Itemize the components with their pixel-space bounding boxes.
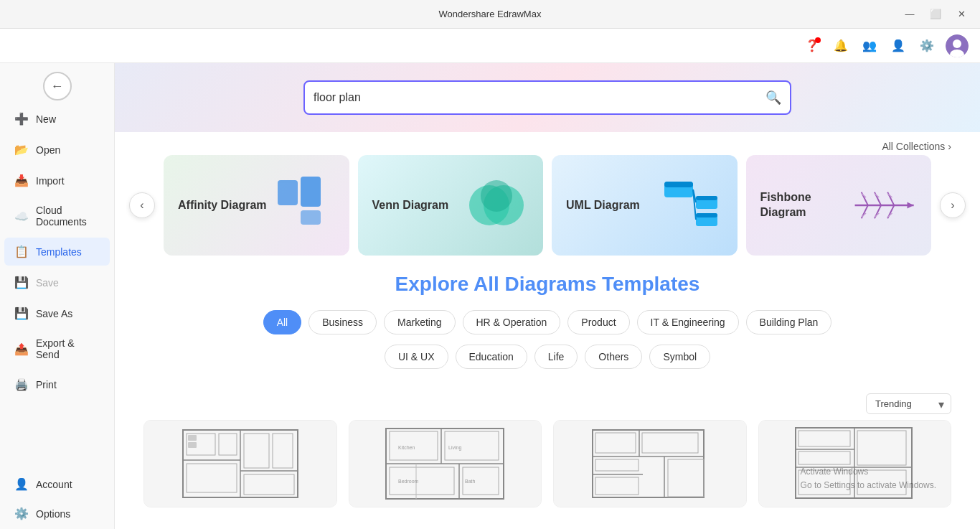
svg-rect-62 xyxy=(642,433,698,453)
filter-tab-product[interactable]: Product xyxy=(567,310,629,334)
svg-text:Living: Living xyxy=(448,445,461,451)
svg-rect-12 xyxy=(696,196,717,200)
sidebar-item-save: 💾 Save xyxy=(4,268,110,296)
all-collections-link[interactable]: All Collections › xyxy=(882,141,951,152)
search-box[interactable]: 🔍 xyxy=(303,80,791,115)
sidebar-item-save-label: Save xyxy=(36,277,59,289)
activate-line2: Go to Settings to activate Windows. xyxy=(801,479,936,492)
close-button[interactable]: ✕ xyxy=(951,4,971,24)
fishbone-card-label: Fishbone Diagram xyxy=(760,190,852,220)
sidebar-item-open[interactable]: 📂 Open xyxy=(4,136,110,164)
avatar[interactable] xyxy=(946,34,969,57)
svg-text:Kitchen: Kitchen xyxy=(398,445,415,450)
filter-tabs-row2: UI & UX Education Life Others Symbol xyxy=(143,345,951,369)
sidebar-item-export[interactable]: 📤 Export & Send xyxy=(4,330,110,368)
floor-plan-3-svg xyxy=(585,424,715,503)
svg-rect-64 xyxy=(595,477,639,495)
sort-select[interactable]: Trending Newest Most Popular xyxy=(866,393,951,414)
help-icon[interactable]: ❓ xyxy=(802,36,822,56)
svg-rect-63 xyxy=(595,459,639,471)
sidebar-item-saveas[interactable]: 💾 Save As xyxy=(4,299,110,327)
all-collections-label: All Collections xyxy=(882,141,945,152)
sidebar-item-import-label: Import xyxy=(36,175,65,187)
sidebar-item-templates[interactable]: 📋 Templates xyxy=(4,238,110,266)
carousel-area: ‹ Affinity Diagram Venn Diagram xyxy=(115,155,980,256)
filter-tab-life[interactable]: Life xyxy=(534,345,578,369)
filter-tab-uiux[interactable]: UI & UX xyxy=(385,345,448,369)
carousel-card-venn[interactable]: Venn Diagram xyxy=(358,155,544,256)
sidebar-item-account-label: Account xyxy=(36,479,72,490)
sidebar-item-import[interactable]: 📥 Import xyxy=(4,167,110,195)
sort-wrapper[interactable]: Trending Newest Most Popular xyxy=(866,393,951,414)
affinity-diagram-icon xyxy=(270,173,335,238)
saveas-icon: 💾 xyxy=(14,306,29,320)
template-thumb-3 xyxy=(554,421,746,507)
template-grid: Kitchen Living Bedroom Bath xyxy=(115,420,980,525)
content-area: 🔍 All Collections › ‹ Affinity Diagram xyxy=(115,63,980,529)
window-controls: — ⬜ ✕ xyxy=(900,4,971,24)
svg-point-8 xyxy=(481,180,512,212)
search-button[interactable]: 🔍 xyxy=(765,90,781,106)
share-icon[interactable]: 👤 xyxy=(888,36,908,56)
sidebar-item-options[interactable]: ⚙️ Options xyxy=(4,500,110,528)
template-thumb-1 xyxy=(144,421,336,507)
filter-tab-business[interactable]: Business xyxy=(308,310,377,334)
search-area: 🔍 xyxy=(115,63,980,132)
carousel-prev-button[interactable]: ‹ xyxy=(129,192,155,218)
carousel-card-affinity[interactable]: Affinity Diagram xyxy=(164,155,349,256)
main-layout: ← ➕ New 📂 Open 📥 Import ☁️ Cloud Documen… xyxy=(0,63,980,529)
cloud-icon: ☁️ xyxy=(14,210,29,223)
template-card-1[interactable] xyxy=(143,420,337,507)
sidebar-item-account[interactable]: 👤 Account xyxy=(4,470,110,498)
minimize-button[interactable]: — xyxy=(900,4,920,24)
sidebar-item-cloud[interactable]: ☁️ Cloud Documents xyxy=(4,197,110,235)
template-card-3[interactable] xyxy=(553,420,747,507)
maximize-button[interactable]: ⬜ xyxy=(925,4,946,24)
sidebar-item-saveas-label: Save As xyxy=(36,308,72,319)
back-button[interactable]: ← xyxy=(43,72,72,100)
uml-diagram-icon xyxy=(659,173,723,238)
sidebar-item-print[interactable]: 🖨️ Print xyxy=(4,370,110,398)
sidebar-item-templates-label: Templates xyxy=(36,246,82,258)
community-icon[interactable]: 👥 xyxy=(859,36,880,56)
sidebar-item-export-label: Export & Send xyxy=(36,337,100,360)
svg-rect-65 xyxy=(668,459,704,497)
svg-rect-5 xyxy=(301,210,321,225)
filter-tab-others[interactable]: Others xyxy=(585,345,642,369)
carousel-card-fishbone[interactable]: Fishbone Diagram xyxy=(746,155,932,256)
filter-tab-marketing[interactable]: Marketing xyxy=(384,310,455,334)
explore-title-plain: Explore xyxy=(395,273,473,295)
carousel-card-uml[interactable]: UML Diagram xyxy=(552,155,738,256)
fishbone-diagram-icon xyxy=(852,177,917,234)
svg-rect-72 xyxy=(857,431,906,465)
notification-icon[interactable]: 🔔 xyxy=(831,36,851,56)
help-badge xyxy=(815,37,821,43)
venn-diagram-icon xyxy=(464,173,529,238)
filter-tab-all[interactable]: All xyxy=(263,310,302,334)
sidebar-item-new[interactable]: ➕ New xyxy=(4,105,110,133)
search-input[interactable] xyxy=(314,91,760,104)
svg-rect-14 xyxy=(696,213,717,217)
svg-text:Bedroom: Bedroom xyxy=(398,479,419,484)
venn-card-label: Venn Diagram xyxy=(372,198,449,213)
svg-rect-61 xyxy=(595,433,636,453)
filter-tab-building[interactable]: Building Plan xyxy=(746,310,832,334)
template-card-4[interactable]: Activate Windows Go to Settings to activ… xyxy=(758,420,952,507)
filter-tab-hr[interactable]: HR & Operation xyxy=(463,310,561,334)
floor-plan-2-svg: Kitchen Living Bedroom Bath xyxy=(380,424,509,503)
filter-tab-education[interactable]: Education xyxy=(456,345,527,369)
settings-icon[interactable]: ⚙️ xyxy=(917,36,937,56)
all-collections-arrow: › xyxy=(948,141,951,152)
filter-tab-symbol[interactable]: Symbol xyxy=(649,345,710,369)
svg-rect-39 xyxy=(187,464,237,492)
sidebar-item-new-label: New xyxy=(36,113,56,125)
activate-line1: Activate Windows xyxy=(801,465,936,479)
template-card-2[interactable]: Kitchen Living Bedroom Bath xyxy=(349,420,542,507)
save-icon: 💾 xyxy=(14,276,29,289)
svg-rect-41 xyxy=(188,435,197,441)
svg-point-1 xyxy=(953,39,961,48)
title-bar: Wondershare EdrawMax — ⬜ ✕ xyxy=(0,0,980,29)
filter-tab-it[interactable]: IT & Engineering xyxy=(637,310,739,334)
carousel-next-button[interactable]: › xyxy=(940,192,966,218)
affinity-card-label: Affinity Diagram xyxy=(178,198,267,213)
